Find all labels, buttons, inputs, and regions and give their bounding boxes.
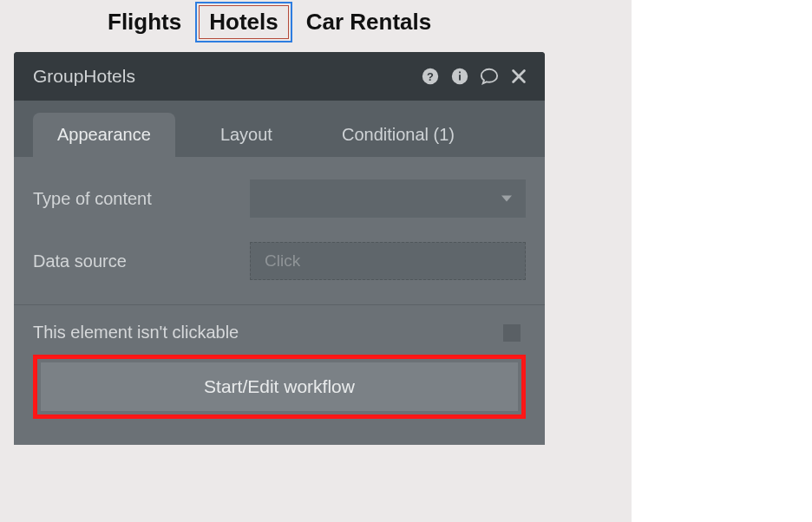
inspector-tab-appearance[interactable]: Appearance — [33, 113, 175, 157]
inspector-tab-conditional[interactable]: Conditional (1) — [318, 113, 479, 157]
workflow-highlight: Start/Edit workflow — [33, 355, 526, 419]
inspector-header: GroupHotels ? — [14, 52, 545, 101]
data-source-label: Data source — [33, 251, 250, 271]
svg-rect-3 — [459, 75, 461, 80]
inspector-tabs: Appearance Layout Conditional (1) — [14, 101, 545, 157]
clickable-checkbox[interactable] — [503, 324, 521, 342]
tab-car-rentals[interactable]: Car Rentals — [292, 2, 446, 42]
tab-flights[interactable]: Flights — [94, 2, 195, 42]
clickable-checkbox-label: This element isn't clickable — [33, 323, 239, 343]
inspector-body: Type of content Data source Click This e… — [14, 157, 545, 445]
page-tabs: Flights Hotels Car Rentals — [94, 2, 445, 42]
chevron-down-icon — [501, 196, 512, 202]
svg-text:?: ? — [427, 70, 434, 83]
field-data-source: Data source Click — [33, 242, 526, 280]
start-edit-workflow-button[interactable]: Start/Edit workflow — [41, 362, 518, 411]
clickable-checkbox-row[interactable]: This element isn't clickable — [33, 323, 526, 343]
svg-rect-4 — [459, 72, 461, 74]
comment-icon[interactable] — [479, 66, 500, 87]
inspector-title: GroupHotels — [33, 66, 420, 87]
type-of-content-dropdown[interactable] — [250, 179, 526, 218]
inspector-panel: GroupHotels ? Appearance Layout Conditio… — [14, 52, 545, 445]
tab-hotels[interactable]: Hotels — [195, 2, 291, 42]
inspector-tab-layout[interactable]: Layout — [196, 113, 297, 157]
help-icon[interactable]: ? — [420, 66, 441, 87]
info-icon[interactable] — [449, 66, 470, 87]
field-type-of-content: Type of content — [33, 179, 526, 218]
data-source-input[interactable]: Click — [250, 242, 526, 280]
divider — [14, 304, 545, 305]
data-source-placeholder: Click — [265, 251, 300, 271]
close-icon[interactable] — [508, 66, 529, 87]
inspector-header-icons: ? — [420, 66, 529, 87]
type-of-content-label: Type of content — [33, 189, 250, 209]
